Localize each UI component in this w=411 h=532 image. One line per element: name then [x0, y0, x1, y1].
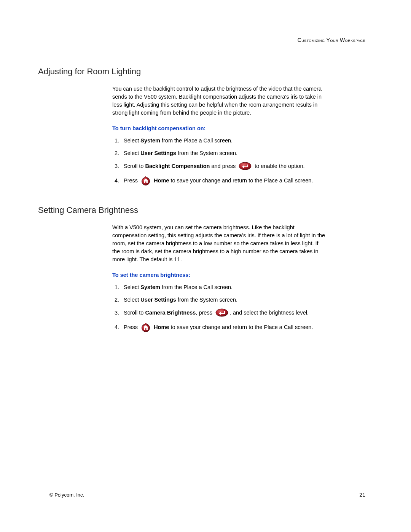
procedure-steps: Select System from the Place a Call scre… — [112, 283, 325, 333]
enter-button-icon — [239, 162, 252, 170]
home-button-icon — [141, 176, 151, 185]
step-item: Press Home to save your change and retur… — [121, 322, 325, 333]
step-item: Scroll to Backlight Compensation and pre… — [121, 162, 325, 171]
step-item: Select User Settings from the System scr… — [121, 296, 325, 304]
section-heading: Adjusting for Room Lighting — [38, 67, 373, 77]
intro-paragraph: You can use the backlight control to adj… — [112, 85, 325, 117]
step-item: Select System from the Place a Call scre… — [121, 283, 325, 291]
intro-paragraph: With a V500 system, you can set the came… — [112, 224, 325, 264]
procedure-subheading: To turn backlight compensation on: — [112, 125, 325, 131]
procedure-subheading: To set the camera brightness: — [112, 272, 325, 278]
section-heading: Setting Camera Brightness — [38, 205, 373, 215]
enter-button-icon — [215, 308, 228, 317]
svg-point-2 — [216, 309, 228, 316]
svg-point-0 — [239, 162, 251, 170]
footer-copyright: © Polycom, Inc. — [49, 492, 84, 498]
step-item: Select User Settings from the System scr… — [121, 149, 325, 157]
section-adjusting-lighting: Adjusting for Room Lighting You can use … — [38, 67, 373, 186]
section-camera-brightness: Setting Camera Brightness With a V500 sy… — [38, 205, 373, 333]
step-item: Scroll to Camera Brightness, press , and… — [121, 308, 325, 318]
step-item: Select System from the Place a Call scre… — [121, 137, 325, 145]
footer-page-number: 21 — [359, 492, 365, 498]
home-button-icon — [141, 322, 151, 332]
step-item: Press Home to save your change and retur… — [121, 176, 325, 186]
procedure-steps: Select System from the Place a Call scre… — [112, 137, 325, 186]
